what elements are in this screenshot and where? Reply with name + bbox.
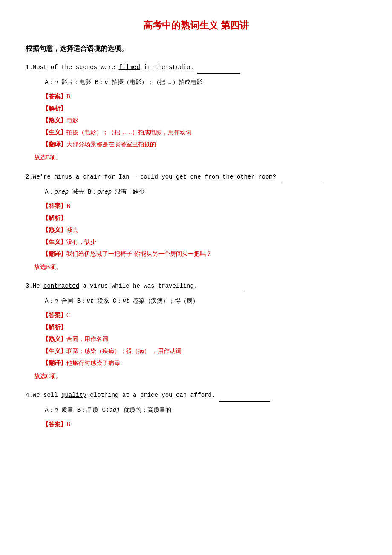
conclusion-3: 故选C项。 [34,371,366,382]
answer-tag-1: 【答案】 [43,93,66,100]
translate-tag-line-2: 【翻译】我们给伊恩减了一把椅子-你能从另一个房间买一把吗？ [43,248,366,260]
answer-value-4: B [66,421,70,428]
question-block-4: 4.We sell quality clothing at a price yo… [26,389,366,431]
sentence-before-3: He [33,283,43,289]
translate-tag-line-1: 【翻译】大部分场景都是在演播室里拍摄的 [43,139,366,150]
new-tag-line-2: 【生义】没有，缺少 [43,236,366,248]
keyword-1: filmed [118,64,140,71]
question-block-3: 3.He contracted a virus while he was tra… [26,280,366,382]
new-value-2: 没有，缺少 [66,239,96,245]
question-sentence-2: 2.We're minus a chair for Ian — could yo… [26,171,366,183]
keyword-2: minus [54,173,72,180]
familiar-tag-line-2: 【熟义】减去 [43,224,366,236]
question-sentence-3: 3.He contracted a virus while he was tra… [26,280,366,292]
options-line-1: A：n 影片；电影 B：v 拍摄（电影）；（把……）拍成电影 [34,76,366,88]
answer-tag-line-2: 【答案】B [43,200,366,212]
new-tag-line-1: 【生义】拍摄（电影）；（把……）拍成电影，用作动词 [43,127,366,139]
translate-tag-2: 【翻译】 [43,251,66,257]
answer-blank-3 [201,280,244,292]
familiar-tag-2: 【熟义】 [43,227,66,233]
familiar-tag-3: 【熟义】 [43,336,66,342]
familiar-tag-line-3: 【熟义】合同，用作名词 [43,333,366,345]
question-number-4: 4. [26,392,33,399]
question-sentence-1: 1.Most of the scenes were filmed in the … [26,61,366,74]
new-tag-line-3: 【生义】联系；感染（疾病）；得（病） ，用作动词 [43,345,366,357]
answer-block-4: 【答案】B [43,419,366,431]
instruction: 根据句意，选择适合语境的选项。 [26,43,366,55]
sentence-after-1: in the studio. [140,64,197,71]
answer-block-2: 【答案】B【解析】【熟义】减去【生义】没有，缺少【翻译】我们给伊恩减了一把椅子-… [43,200,366,260]
answer-tag-line-3: 【答案】C [43,309,366,321]
question-block-2: 2.We're minus a chair for Ian — could yo… [26,171,366,272]
translate-value-3: 他旅行时感染了病毒. [66,360,122,366]
answer-blank-2 [280,171,323,183]
analysis-tag-line-2: 【解析】 [43,212,366,224]
analysis-tag-2: 【解析】 [43,215,66,221]
translate-tag-1: 【翻译】 [43,141,66,147]
answer-tag-line-4: 【答案】B [43,419,366,431]
answer-value-1: B [66,93,70,100]
conclusion-1: 故选B项。 [34,152,366,163]
keyword-3: contracted [43,283,79,289]
translate-value-1: 大部分场景都是在演播室里拍摄的 [66,141,156,147]
answer-tag-2: 【答案】 [43,203,66,209]
new-tag-3: 【生义】 [43,348,66,354]
answer-tag-3: 【答案】 [43,312,66,318]
translate-tag-line-3: 【翻译】他旅行时感染了病毒. [43,357,366,369]
answer-value-3: C [66,312,70,318]
options-line-3: A：n 合同 B：vt 联系 C：vt 感染（疾病）；得（病） [34,295,366,307]
answer-block-1: 【答案】B【解析】【熟义】电影【生义】拍摄（电影）；（把……）拍成电影，用作动词… [43,91,366,150]
question-number-2: 2. [26,173,33,180]
new-tag-1: 【生义】 [43,129,66,136]
answer-block-3: 【答案】C【解析】【熟义】合同，用作名词【生义】联系；感染（疾病）；得（病） ，… [43,309,366,369]
sentence-before-1: Most of the scenes were [33,64,119,71]
sentence-before-4: We sell [33,392,61,399]
options-line-2: A：prep 减去 B：prep 没有；缺少 [34,186,366,198]
question-block-1: 1.Most of the scenes were filmed in the … [26,61,366,163]
translate-value-2: 我们给伊恩减了一把椅子-你能从另一个房间买一把吗？ [66,251,212,257]
options-line-4: A：n 质量 B：品质 C:adj 优质的；高质量的 [34,404,366,416]
familiar-tag-line-1: 【熟义】电影 [43,115,366,127]
answer-blank-4 [219,389,270,402]
analysis-tag-line-1: 【解析】 [43,103,366,115]
sentence-after-4: clothing at a price you can afford. [86,392,219,399]
analysis-tag-3: 【解析】 [43,324,66,330]
familiar-value-2: 减去 [66,227,78,233]
familiar-value-3: 合同，用作名词 [66,336,108,342]
page-title: 高考中的熟词生义 第四讲 [26,17,366,34]
answer-tag-line-1: 【答案】B [43,91,366,103]
question-sentence-4: 4.We sell quality clothing at a price yo… [26,389,366,402]
sentence-after-2: a chair for Ian — could you get one from… [72,173,280,180]
familiar-value-1: 电影 [66,117,78,124]
keyword-4: quality [61,392,86,399]
new-value-3: 联系；感染（疾病）；得（病） ，用作动词 [66,348,182,354]
answer-blank-1 [197,61,240,74]
answer-value-2: B [66,203,70,209]
question-number-1: 1. [26,64,33,71]
conclusion-2: 故选B项。 [34,262,366,272]
familiar-tag-1: 【熟义】 [43,117,66,124]
translate-tag-3: 【翻译】 [43,360,66,366]
new-tag-2: 【生义】 [43,239,66,245]
sentence-after-3: a virus while he was travelling. [79,283,201,289]
answer-tag-4: 【答案】 [43,421,66,428]
question-number-3: 3. [26,283,33,289]
analysis-tag-line-3: 【解析】 [43,321,366,333]
sentence-before-2: We're [33,173,54,180]
new-value-1: 拍摄（电影）；（把……）拍成电影，用作动词 [66,129,192,136]
analysis-tag-1: 【解析】 [43,105,66,112]
